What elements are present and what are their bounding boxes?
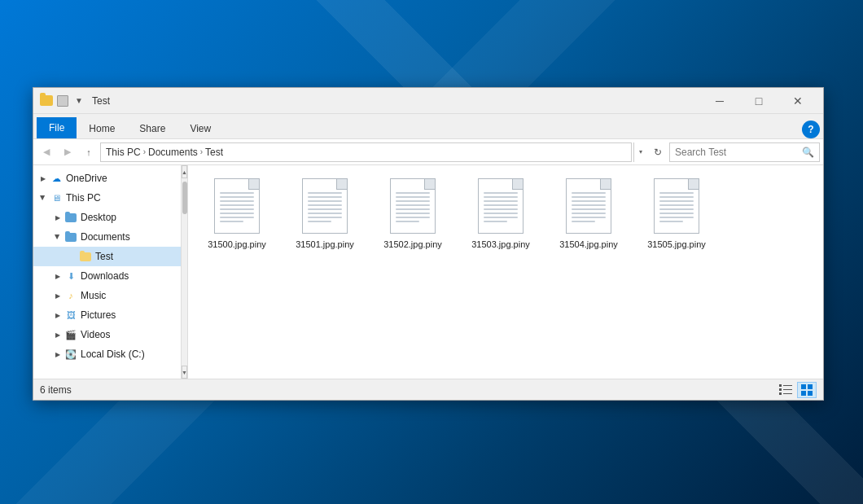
- refresh-button[interactable]: ↻: [648, 142, 668, 162]
- scroll-up-button[interactable]: ▲: [182, 165, 187, 178]
- file-icon-1: [299, 177, 351, 235]
- address-bar: ◀ ▶ ↑ This PC › Documents › Test ▾ ↻ 🔍: [33, 139, 823, 165]
- file-item-3[interactable]: 31503.jpg.piny: [460, 173, 541, 253]
- sidebar-item-thispc[interactable]: ▶ 🖥 This PC: [33, 188, 187, 208]
- sidebar-item-test[interactable]: ▶ Test: [33, 247, 187, 266]
- minimize-button[interactable]: ─: [701, 88, 738, 114]
- sidebar-label-localdisk: Local Disk (C:): [81, 348, 145, 360]
- sidebar-label-documents: Documents: [81, 231, 130, 243]
- doc-lines-2: [396, 192, 430, 222]
- file-explorer-window: ▼ Test ─ □ ✕ File Home Share View ? ◀ ▶ …: [33, 87, 824, 401]
- window-title: Test: [92, 95, 701, 107]
- title-bar: ▼ Test ─ □ ✕: [33, 88, 823, 114]
- file-item-2[interactable]: 31502.jpg.piny: [372, 173, 453, 253]
- up-button[interactable]: ↑: [79, 142, 99, 162]
- sidebar-scroll[interactable]: ▶ ☁ OneDrive ▶ 🖥 This PC ▶ Desktop: [33, 165, 187, 379]
- file-icon-5: [651, 177, 703, 235]
- svg-rect-2: [779, 388, 782, 391]
- tab-view[interactable]: View: [177, 117, 223, 138]
- sidebar-item-downloads[interactable]: ▶ ⬇ Downloads: [33, 266, 187, 286]
- tab-share[interactable]: Share: [127, 117, 177, 138]
- sidebar-item-pictures[interactable]: ▶ 🖼 Pictures: [33, 305, 187, 325]
- svg-rect-4: [779, 392, 782, 395]
- breadcrumb-sep-1: ›: [143, 147, 146, 156]
- file-item-0[interactable]: 31500.jpg.piny: [196, 173, 278, 253]
- doc-page-5: [654, 178, 699, 234]
- status-items: 6 items: [40, 384, 776, 396]
- file-name-5: 31505.jpg.piny: [647, 239, 706, 250]
- sidebar-item-localdisk[interactable]: ▶ 💽 Local Disk (C:): [33, 344, 187, 364]
- breadcrumb-thispc[interactable]: This PC: [106, 147, 141, 158]
- sidebar-label-pictures: Pictures: [81, 309, 116, 321]
- sidebar-item-desktop[interactable]: ▶ Desktop: [33, 208, 187, 227]
- title-bar-icons: ▼: [40, 94, 85, 107]
- doc-lines-3: [484, 192, 518, 222]
- music-icon: ♪: [64, 289, 77, 302]
- svg-rect-5: [783, 393, 792, 394]
- tab-home[interactable]: Home: [77, 117, 127, 138]
- file-item-4[interactable]: 31504.jpg.piny: [548, 173, 629, 253]
- sidebar-label-downloads: Downloads: [81, 270, 129, 282]
- expand-arrow-videos: ▶: [51, 328, 64, 341]
- expand-arrow-desktop: ▶: [51, 211, 64, 224]
- breadcrumb-documents[interactable]: Documents: [148, 147, 198, 158]
- doc-page-2: [390, 178, 436, 234]
- file-icon-3: [475, 177, 527, 235]
- arrow-icon: ▼: [72, 94, 85, 107]
- scroll-track: [182, 178, 187, 366]
- close-button[interactable]: ✕: [779, 88, 817, 114]
- sidebar: ▶ ☁ OneDrive ▶ 🖥 This PC ▶ Desktop: [33, 165, 188, 379]
- sidebar-item-videos[interactable]: ▶ 🎬 Videos: [33, 325, 187, 344]
- back-button[interactable]: ◀: [37, 142, 56, 162]
- address-dropdown[interactable]: ▾: [633, 142, 646, 162]
- tab-file[interactable]: File: [37, 117, 77, 138]
- doc-lines-5: [659, 192, 694, 222]
- scroll-thumb[interactable]: [182, 182, 187, 214]
- search-input[interactable]: [675, 147, 799, 158]
- file-item-1[interactable]: 31501.jpg.piny: [284, 173, 366, 253]
- breadcrumb-sep-2: ›: [200, 147, 203, 156]
- pc-icon: 🖥: [50, 191, 63, 204]
- maximize-button[interactable]: □: [740, 88, 778, 114]
- file-area: 31500.jpg.piny 31501.jpg.piny 31502.jpg.…: [188, 165, 823, 379]
- help-button[interactable]: ?: [802, 121, 820, 138]
- tiles-view-button[interactable]: [797, 382, 817, 398]
- expand-arrow-pictures: ▶: [51, 309, 64, 322]
- sidebar-label-test: Test: [95, 251, 113, 262]
- file-icon-4: [563, 177, 615, 235]
- sidebar-scrollbar[interactable]: ▲ ▼: [181, 165, 187, 379]
- scroll-down-button[interactable]: ▼: [182, 366, 187, 379]
- sidebar-label-desktop: Desktop: [81, 212, 116, 223]
- file-icon-2: [387, 177, 439, 235]
- file-icon-0: [211, 177, 263, 235]
- search-box[interactable]: 🔍: [669, 142, 820, 162]
- sidebar-item-music[interactable]: ▶ ♪ Music: [33, 286, 187, 305]
- sidebar-label-videos: Videos: [81, 329, 110, 340]
- folder-icon-title: [40, 94, 53, 107]
- tiles-view-icon: [801, 384, 813, 396]
- doc-page-0: [214, 178, 260, 234]
- status-bar: 6 items: [33, 379, 823, 400]
- details-view-icon: [779, 384, 792, 396]
- window-controls: ─ □ ✕: [701, 88, 817, 114]
- breadcrumb-current[interactable]: Test: [205, 147, 223, 158]
- doc-page-4: [566, 178, 611, 234]
- sidebar-item-documents[interactable]: ▶ Documents: [33, 227, 187, 247]
- address-path[interactable]: This PC › Documents › Test: [100, 142, 632, 162]
- search-icon[interactable]: 🔍: [802, 147, 814, 158]
- downloads-icon: ⬇: [64, 270, 77, 283]
- details-view-button[interactable]: [776, 382, 795, 398]
- file-name-4: 31504.jpg.piny: [559, 239, 618, 250]
- file-name-1: 31501.jpg.piny: [296, 239, 354, 250]
- svg-rect-0: [779, 384, 782, 387]
- sidebar-item-onedrive[interactable]: ▶ ☁ OneDrive: [33, 169, 187, 188]
- file-item-5[interactable]: 31505.jpg.piny: [636, 173, 717, 253]
- expand-arrow-onedrive: ▶: [37, 172, 50, 185]
- forward-button[interactable]: ▶: [58, 142, 77, 162]
- floppy-icon: [56, 94, 69, 107]
- svg-rect-8: [801, 391, 806, 396]
- sidebar-label-onedrive: OneDrive: [66, 173, 107, 184]
- expand-arrow-downloads: ▶: [51, 270, 64, 283]
- doc-page-1: [302, 178, 348, 234]
- videos-icon: 🎬: [64, 328, 77, 341]
